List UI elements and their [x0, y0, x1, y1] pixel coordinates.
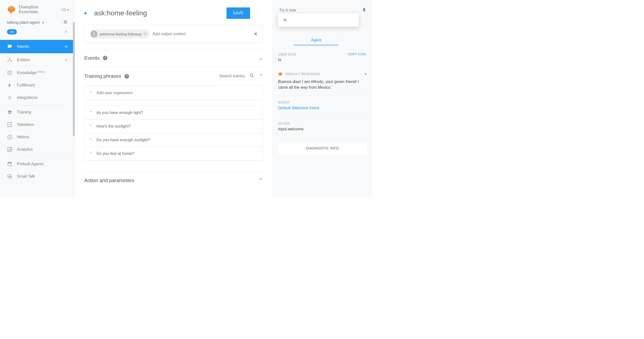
context-lifespan: 2 [90, 30, 98, 37]
svg-point-3 [9, 58, 10, 59]
copy-curl-button[interactable]: COPY CURL [348, 52, 367, 56]
nav-label: History [17, 135, 29, 139]
nav-label: Prebuilt Agents [17, 162, 44, 166]
nav-label: Knowledge [beta] [17, 71, 44, 75]
language-chip[interactable]: en [7, 29, 17, 34]
nav-fulfillment[interactable]: Fulfillment [0, 79, 75, 91]
phrase-text: Do you feel at home? [96, 151, 134, 156]
try-panel: hi Agent USER SAYS COPY CURL hi DEFAULT … [273, 0, 372, 197]
region-selector[interactable]: US ▾ [61, 8, 69, 12]
smalltalk-icon [7, 174, 12, 179]
svg-rect-8 [9, 73, 10, 73]
nav-integrations[interactable]: Integrations [0, 91, 75, 104]
add-output-context-input[interactable] [152, 32, 250, 36]
user-says-label: USER SAYS [278, 53, 296, 56]
agent-name: talking-plant-agent [7, 20, 40, 25]
add-entity-button[interactable]: + [64, 57, 68, 63]
training-phrase-row[interactable]: ❞do you have enough light? [84, 106, 263, 119]
context-name: askhome-feeling-followup [100, 32, 142, 36]
tab-agent[interactable]: Agent [294, 35, 338, 45]
nav-knowledge[interactable]: Knowledge [beta] [0, 67, 75, 79]
chevron-down-icon[interactable]: ▾ [365, 72, 367, 76]
prebuilt-icon [7, 161, 12, 167]
nav-label: Small Talk [17, 174, 35, 179]
matched-intent-link[interactable]: Default Welcome Intent [278, 106, 367, 115]
expand-icon[interactable]: ⌄ [258, 55, 263, 61]
quote-icon: ❞ [90, 110, 92, 115]
dialogflow-mini-icon [278, 72, 282, 76]
nav-small-talk[interactable]: Small Talk [0, 170, 75, 183]
default-response-label: DEFAULT RESPONSE [285, 72, 320, 76]
analytics-icon [7, 147, 12, 152]
help-icon[interactable]: ? [124, 74, 129, 78]
intents-icon [7, 44, 12, 49]
agent-selector[interactable]: talking-plant-agent ▾ [0, 16, 75, 27]
kebab-menu-icon[interactable]: ⋮ [253, 8, 262, 18]
product-name: Dialogflow Essentials [19, 5, 38, 14]
collapse-icon[interactable]: ⌃ [258, 73, 263, 79]
nav-label: Analytics [17, 147, 33, 152]
section-title: Events [84, 55, 100, 61]
help-icon[interactable]: ? [103, 56, 108, 60]
collapse-icon[interactable]: ⌃ [258, 177, 263, 184]
svg-rect-1 [10, 46, 10, 46]
nav-prebuilt-agents[interactable]: Prebuilt Agents [0, 158, 75, 170]
chevron-down-icon: ▾ [67, 8, 69, 12]
add-user-expression-input[interactable] [96, 91, 258, 95]
nav-entities[interactable]: Entities + [0, 53, 75, 67]
dialogflow-logo-icon [7, 5, 16, 14]
training-icon [7, 109, 12, 115]
remove-context-icon[interactable]: ⓧ [144, 32, 147, 36]
svg-rect-16 [8, 162, 12, 164]
nav-training[interactable]: Training [0, 106, 75, 118]
quote-icon: ❞ [90, 90, 92, 96]
try-suggestion-popup[interactable]: hi [278, 13, 359, 27]
gear-icon[interactable] [63, 19, 68, 25]
training-phrases-section: Training phrases ? ⌃ ❞ ❞do you ha [84, 67, 263, 171]
output-context-box: 2 askhome-feeling-followup ⓧ ✕ [84, 25, 263, 43]
add-expression-box[interactable]: ❞ [84, 85, 263, 100]
knowledge-icon [7, 70, 12, 76]
microphone-icon[interactable] [362, 7, 367, 14]
integrations-icon [7, 95, 12, 100]
add-language-button[interactable]: + [64, 28, 68, 35]
search-training-input[interactable] [219, 72, 251, 80]
quote-icon: ❞ [90, 137, 92, 143]
svg-rect-2 [10, 46, 11, 46]
action-label: ACTION [278, 122, 367, 125]
nav-intents[interactable]: Intents + [0, 40, 75, 53]
history-icon [7, 134, 12, 140]
response-text: Buenos dias! I am Alfredo, your green fr… [278, 76, 367, 96]
intent-label: INTENT [278, 101, 367, 104]
svg-rect-7 [9, 72, 10, 73]
action-value: input.welcome [278, 127, 367, 136]
intent-title[interactable]: ask:home-feeling [94, 9, 147, 17]
nav-history[interactable]: History [0, 131, 75, 143]
save-button[interactable]: SAVE [226, 7, 250, 19]
training-phrase-list: ❞do you have enough light? ❞How's the su… [84, 106, 263, 161]
quote-icon: ❞ [90, 151, 92, 156]
phrase-text: do you have enough light? [96, 110, 143, 115]
svg-rect-13 [10, 149, 10, 151]
main-column: ask:home-feeling SAVE ⋮ 2 askhome-feelin… [75, 0, 273, 197]
clear-contexts-icon[interactable]: ✕ [254, 31, 258, 37]
search-icon[interactable] [250, 73, 254, 79]
quote-icon: ❞ [90, 124, 92, 129]
training-phrase-row[interactable]: ❞Do you feel at home? [84, 147, 263, 160]
diagnostic-info-button[interactable]: DIAGNOSTIC INFO [278, 142, 367, 154]
nav-validation[interactable]: Validation [0, 118, 75, 131]
training-phrase-row[interactable]: ❞Do you have enough sunlight? [84, 133, 263, 147]
entities-icon [7, 57, 12, 63]
nav-analytics[interactable]: Analytics [0, 143, 75, 156]
language-row: en + [0, 27, 75, 39]
svg-rect-12 [8, 149, 9, 151]
svg-rect-0 [8, 46, 9, 46]
nav-label: Entities [17, 58, 30, 62]
sidebar: Dialogflow Essentials US ▾ talking-plant… [0, 0, 75, 197]
context-chip[interactable]: 2 askhome-feeling-followup ⓧ [90, 29, 150, 38]
add-intent-button[interactable]: + [64, 43, 68, 50]
sidebar-scrollbar[interactable] [73, 22, 75, 136]
nav-label: Validation [17, 122, 34, 127]
action-parameters-section: Action and parameters ⌃ [84, 171, 263, 189]
training-phrase-row[interactable]: ❞How's the sunlight? [84, 119, 263, 133]
